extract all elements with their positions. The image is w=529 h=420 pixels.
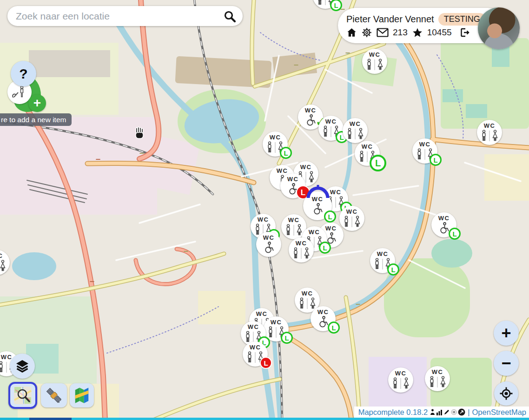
add-new-item-button[interactable]: + xyxy=(28,94,46,112)
toilet-marker[interactable]: WC xyxy=(388,368,413,393)
toilet-marker[interactable]: WC L xyxy=(318,116,344,141)
toilet-marker[interactable]: WC xyxy=(0,250,10,275)
male-female-icon xyxy=(347,128,364,140)
star-icon[interactable] xyxy=(412,27,423,38)
male-female-icon xyxy=(299,297,316,310)
app-version[interactable]: Mapcomplete 0.18.2 xyxy=(358,408,428,417)
marker-wc-label: WC xyxy=(377,251,389,257)
toilet-pictogram xyxy=(366,58,383,71)
toilet-pictogram xyxy=(299,297,316,310)
road-shield xyxy=(184,251,188,252)
toilet-marker[interactable]: WC L xyxy=(263,131,288,157)
marker-wc-label: WC xyxy=(432,369,443,375)
logout-icon[interactable] xyxy=(459,27,470,38)
marker-wc-label: WC xyxy=(330,189,342,195)
toilet-marker[interactable]: WC L xyxy=(243,341,268,367)
toilet-marker[interactable]: WC xyxy=(305,179,331,204)
help-button[interactable]: ? xyxy=(11,61,36,86)
contributor-icon[interactable] xyxy=(430,409,435,415)
marker-wc-label: WC xyxy=(350,121,361,127)
opening-hours-open-badge: L xyxy=(319,242,331,254)
toilet-pictogram xyxy=(0,259,6,272)
road-shield xyxy=(345,52,350,53)
mapcomplete-app: WC L xyxy=(0,0,529,420)
hand-cursor-icon xyxy=(133,126,145,140)
marker-wc-label: WC xyxy=(258,217,269,223)
search-icon[interactable] xyxy=(223,10,236,23)
marker-wc-label: WC xyxy=(369,52,381,58)
marker-wc-label: WC xyxy=(288,217,300,223)
toilet-pictogram xyxy=(392,377,409,390)
male-female-icon xyxy=(481,130,498,142)
marker-wc-label: WC xyxy=(300,164,312,170)
theme-marker-mini-icon[interactable] xyxy=(451,409,457,415)
marker-wc-label: WC xyxy=(317,309,329,315)
marker-wc-label: WC xyxy=(263,235,275,241)
attribution-bar: Mapcomplete 0.18.2 | OpenStreetMap xyxy=(354,407,529,418)
road-shield xyxy=(356,304,360,305)
edit-pencil-icon[interactable] xyxy=(443,409,450,415)
osm-copyright-icon[interactable] xyxy=(458,408,465,416)
toilet-marker[interactable]: WC xyxy=(362,49,387,74)
osm-link[interactable]: OpenStreetMap xyxy=(472,408,526,417)
marker-wc-label: WC xyxy=(346,209,358,215)
geolocate-button[interactable] xyxy=(494,381,518,406)
marker-wc-label: WC xyxy=(305,107,317,113)
marker-wc-label: WC xyxy=(325,225,337,231)
toilet-marker[interactable]: WC xyxy=(343,118,368,143)
toilet-marker[interactable]: WC xyxy=(289,237,314,262)
home-icon[interactable] xyxy=(346,27,357,38)
background-map-button[interactable] xyxy=(70,383,94,407)
marker-wc-label: WC xyxy=(250,344,261,350)
search-input[interactable] xyxy=(15,10,223,22)
selected-marker-arc-icon xyxy=(306,184,330,199)
toilet-marker[interactable]: WC L xyxy=(313,0,338,9)
toilet-marker[interactable]: WC L xyxy=(355,141,380,166)
opening-hours-open-badge: L xyxy=(330,0,342,11)
toilet-pictogram xyxy=(481,129,498,142)
statistics-icon[interactable] xyxy=(436,409,443,415)
road-shield xyxy=(90,281,94,282)
toilet-pictogram xyxy=(344,215,360,228)
marker-wc-label: WC xyxy=(270,134,281,140)
road-shield xyxy=(340,9,345,10)
messages-icon[interactable] xyxy=(377,28,389,37)
marker-wc-label: WC xyxy=(277,168,288,174)
toilet-pictogram xyxy=(263,241,275,254)
toilet-marker[interactable]: WC xyxy=(477,120,502,145)
male-female-icon xyxy=(285,224,302,236)
marker-wc-label: WC xyxy=(248,324,259,330)
zoom-in-button[interactable]: + xyxy=(494,321,519,346)
male-female-icon xyxy=(366,59,383,71)
opening-hours-open-badge: L xyxy=(281,332,293,344)
marker-wc-label: WC xyxy=(256,311,268,317)
toilet-marker[interactable]: WC L xyxy=(370,248,395,273)
marker-wc-label: WC xyxy=(309,229,320,235)
toilet-marker[interactable]: WC xyxy=(256,232,281,257)
background-satellite-button[interactable] xyxy=(41,383,67,407)
toilet-marker[interactable]: WC L xyxy=(311,306,336,331)
user-avatar[interactable] xyxy=(478,7,520,49)
wheelchair-icon xyxy=(311,203,324,216)
progress-bar xyxy=(0,418,529,420)
user-name: Pieter Vander Vennet xyxy=(346,14,434,25)
map-terrain-patch xyxy=(484,154,529,201)
toilet-marker[interactable]: WC xyxy=(339,206,364,231)
male-female-icon xyxy=(0,260,6,272)
opening-hours-open-badge: L xyxy=(370,155,386,171)
background-osm-button[interactable] xyxy=(8,382,37,409)
opening-hours-open-badge: L xyxy=(387,263,399,276)
gear-icon[interactable] xyxy=(361,27,372,38)
add-item-tooltip: re to add a new item xyxy=(0,113,72,126)
toilet-marker[interactable]: WC L xyxy=(431,212,456,237)
toilet-marker[interactable]: WC xyxy=(425,366,450,391)
satellite-icon xyxy=(45,386,63,405)
marker-wc-label: WC xyxy=(296,240,307,246)
marker-wc-label: WC xyxy=(484,123,496,129)
layers-button[interactable] xyxy=(10,354,35,379)
zoom-out-button[interactable]: − xyxy=(494,351,519,376)
opening-hours-open-badge: L xyxy=(449,228,461,240)
toilet-marker[interactable]: WC L xyxy=(412,138,437,164)
osm-map-magnifier-icon xyxy=(13,386,32,405)
attribution-separator: | xyxy=(468,408,469,417)
